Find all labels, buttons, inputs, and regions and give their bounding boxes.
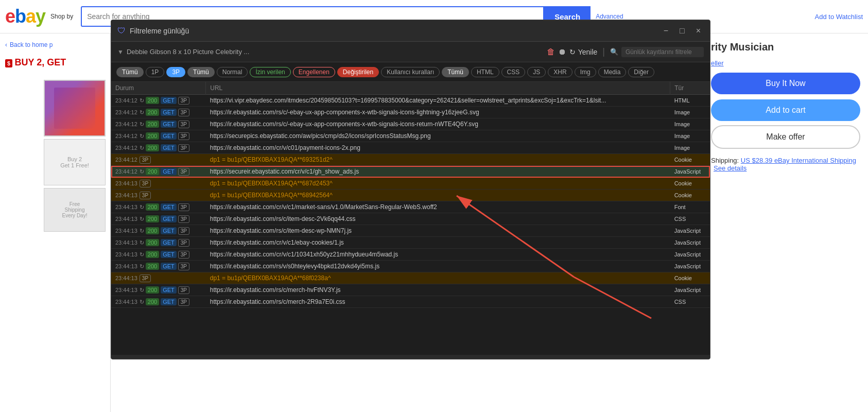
table-row[interactable]: 23:44:133Pdp1 = bu1p/QEBfX0BAX19AQA**687… — [111, 178, 710, 190]
product-main-image[interactable] — [44, 80, 106, 136]
cell-url[interactable]: dp1 = bu1p/QEBfX0BAX19AQA**68942564^ — [206, 190, 670, 201]
product-thumb1-image[interactable]: Buy 2Get 1 Free! — [44, 139, 106, 185]
add-to-watchlist-link[interactable]: Add to Watchlist — [815, 13, 863, 21]
filter-tag-tag_html[interactable]: HTML — [471, 67, 499, 77]
filter-tag-tag_tumu2[interactable]: Tümü — [187, 67, 215, 77]
table-row[interactable]: 23:44:13↻200GET3Phttps://ir.ebaystatic.c… — [111, 249, 710, 261]
table-row[interactable]: 23:44:13↻200GET3Phttps://ir.ebaystatic.c… — [111, 225, 710, 237]
cell-url[interactable]: https://ir.ebaystatic.com/cr/v/c1/market… — [206, 201, 670, 213]
cell-url[interactable]: https://ir.ebaystatic.com/rs/c/-ebay-ux-… — [206, 107, 670, 118]
panel-table-container[interactable]: Durum URL Tür 23:44:12↻200GET3Phttps://v… — [111, 82, 710, 355]
table-row[interactable]: 23:44:13↻200GET3Phttps://ir.ebaystatic.c… — [111, 213, 710, 225]
cell-type: Cookie — [670, 178, 710, 190]
filter-tag-tag_normal[interactable]: Normal — [217, 67, 248, 77]
ebay-logo[interactable]: ebay — [5, 6, 45, 27]
table-row[interactable]: 23:44:133Pdp1 = bu1p/QEBfX0BAX19AQA**689… — [111, 190, 710, 201]
back-home-link[interactable]: ‹ Back to home p — [5, 39, 105, 51]
add-to-cart-button[interactable]: Add to cart — [711, 99, 860, 121]
table-row[interactable]: 23:44:13↻200GET3Phttps://ir.ebaystatic.c… — [111, 284, 710, 296]
cell-type: Cookie — [670, 154, 710, 166]
breadcrumb-text: Debbie Gibson 8 x 10 Picture Celebrity .… — [127, 48, 544, 56]
filter-tag-tag_1p[interactable]: 1P — [146, 67, 165, 77]
cell-status: 23:44:133P — [111, 190, 206, 201]
table-row[interactable]: 23:44:13↻200GET3Phttps://ir.ebaystatic.c… — [111, 261, 710, 272]
table-row[interactable]: 23:44:123Pdp1 = bu1p/QEBfX0BAX19AQA**693… — [111, 154, 710, 166]
product-title: rity Musician — [711, 41, 860, 53]
cell-url[interactable]: https://ir.ebaystatic.com/rs/c/merch-2R9… — [206, 296, 670, 308]
table-row[interactable]: 23:44:12↻200GET3Phttps://ir.ebaystatic.c… — [111, 142, 710, 154]
cell-url[interactable]: https://ir.ebaystatic.com/rs/v/s0hteylev… — [206, 261, 670, 272]
see-details-link[interactable]: See details — [714, 164, 747, 172]
filter-tag-tag_kullanici[interactable]: Kullanıcı kuralları — [381, 67, 440, 77]
table-row[interactable]: 23:44:12↻200GET3Phttps://ir.ebaystatic.c… — [111, 107, 710, 118]
filter-tag-tag_tumu3[interactable]: Tümü — [442, 67, 469, 77]
filter-tag-tag_media[interactable]: Media — [598, 67, 627, 77]
shipping-link[interactable]: US $28.39 eBay International Shipping — [741, 157, 856, 164]
filter-tag-tag_izin[interactable]: İzin verilen — [250, 67, 290, 77]
table-row[interactable]: 23:44:13↻200GET3Phttps://ir.ebaystatic.c… — [111, 296, 710, 308]
table-row[interactable]: 23:44:13↻200GET3Phttps://ir.ebaystatic.c… — [111, 237, 710, 249]
record-button[interactable]: ⏺ — [558, 47, 566, 57]
filter-tag-tag_css[interactable]: CSS — [501, 67, 526, 77]
filter-tag-tag_diger[interactable]: Diğer — [628, 67, 654, 77]
filter-tag-tag_tumu1[interactable]: Tümü — [116, 67, 144, 77]
cell-url[interactable]: https://vi.vipr.ebaydesc.com/itmdesc/204… — [206, 95, 670, 107]
cell-url[interactable]: https://ir.ebaystatic.com/rs/c/item-desc… — [206, 213, 670, 225]
minimize-button[interactable]: − — [661, 25, 671, 37]
close-button[interactable]: × — [693, 25, 704, 37]
cell-status: 23:44:133P — [111, 178, 206, 190]
cell-type: JavaScript — [670, 225, 710, 237]
cell-type: JavaScript — [670, 249, 710, 261]
advanced-search-link[interactable]: Advanced — [596, 13, 623, 20]
panel-controls: − □ × — [661, 25, 704, 37]
cell-status: 23:44:13↻200GET3P — [111, 284, 206, 296]
header-right: Add to Watchlist — [815, 13, 863, 21]
cell-type: Cookie — [670, 190, 710, 201]
log-table: Durum URL Tür 23:44:12↻200GET3Phttps://v… — [111, 82, 710, 308]
logo-b: b — [15, 6, 26, 27]
filter-tag-tag_js[interactable]: JS — [527, 67, 546, 77]
cell-url[interactable]: dp1 = bu1p/QEBfX0BAX19AQA**693251d2^ — [206, 154, 670, 166]
table-row[interactable]: 23:44:12↻200GET3Phttps://vi.vipr.ebaydes… — [111, 95, 710, 107]
seller-link[interactable]: eller — [711, 59, 724, 67]
buy-now-button[interactable]: Buy It Now — [711, 73, 860, 94]
panel-titlebar: 🛡 Filtreleme günlüğü − □ × — [111, 20, 710, 42]
cell-url[interactable]: https://ir.ebaystatic.com/rs/c/-ebay-ux-… — [206, 118, 670, 130]
panel-title: Filtreleme günlüğü — [130, 27, 189, 35]
table-row[interactable]: 23:44:133Pdp1 = bu1p/QEBfX0BAX19AQA**68f… — [111, 272, 710, 284]
filter-tag-tag_img[interactable]: Img — [575, 67, 596, 77]
cell-type: Image — [670, 130, 710, 142]
cell-url[interactable]: https://ir.ebaystatic.com/rs/c/merch-hvF… — [206, 284, 670, 296]
cell-status: 23:44:13↻200GET3P — [111, 201, 206, 213]
make-offer-button[interactable]: Make offer — [711, 125, 860, 149]
divider: | — [602, 46, 605, 57]
table-row[interactable]: 23:44:13↻200GET3Phttps://ir.ebaystatic.c… — [111, 201, 710, 213]
table-row[interactable]: 23:44:12↻200GET3Phttps://ir.ebaystatic.c… — [111, 118, 710, 130]
cell-url[interactable]: https://ir.ebaystatic.com/rs/c/item-desc… — [206, 225, 670, 237]
refresh-button[interactable]: ↻ Yenile — [569, 48, 598, 56]
product-thumb2-image[interactable]: FreeShippingEvery Day! — [44, 188, 106, 232]
cell-type: Image — [670, 118, 710, 130]
cell-url[interactable]: https://ir.ebaystatic.com/cr/v/c1/10341x… — [206, 249, 670, 261]
table-row[interactable]: 23:44:12↻200GET3Phttps://secureir.ebayst… — [111, 166, 710, 178]
filter-tag-tag_engellenen[interactable]: Engellenen — [293, 67, 335, 77]
shipping-label: Shipping: — [711, 157, 739, 164]
refresh-icon: ↻ — [569, 48, 576, 56]
cell-status: 23:44:123P — [111, 154, 206, 166]
filter-tag-tag_3p[interactable]: 3P — [166, 67, 185, 77]
delete-button[interactable]: 🗑 — [547, 47, 555, 57]
horizontal-scrollbar[interactable] — [111, 355, 710, 359]
breadcrumb-collapse-icon[interactable]: ▼ — [117, 48, 124, 56]
cell-url[interactable]: https://secureir.ebaystatic.com/cr/v/c1/… — [206, 166, 670, 178]
filter-tag-tag_xhr[interactable]: XHR — [548, 67, 572, 77]
table-row[interactable]: 23:44:12↻200GET3Phttps://securepics.ebay… — [111, 130, 710, 142]
filter-tag-tag_degistirilen[interactable]: Değiştirilen — [337, 67, 379, 77]
cell-url[interactable]: https://ir.ebaystatic.com/cr/v/c1/ebay-c… — [206, 237, 670, 249]
filter-search-input[interactable] — [621, 47, 704, 57]
cell-url[interactable]: dp1 = bu1p/QEBfX0BAX19AQA**68f0238a^ — [206, 272, 670, 284]
maximize-button[interactable]: □ — [676, 25, 688, 37]
cell-url[interactable]: https://ir.ebaystatic.com/cr/v/c01/payme… — [206, 142, 670, 154]
cell-url[interactable]: https://securepics.ebaystatic.com/aw/pic… — [206, 130, 670, 142]
cell-url[interactable]: dp1 = bu1p/QEBfX0BAX19AQA**687d2453^ — [206, 178, 670, 190]
cell-type: Image — [670, 142, 710, 154]
